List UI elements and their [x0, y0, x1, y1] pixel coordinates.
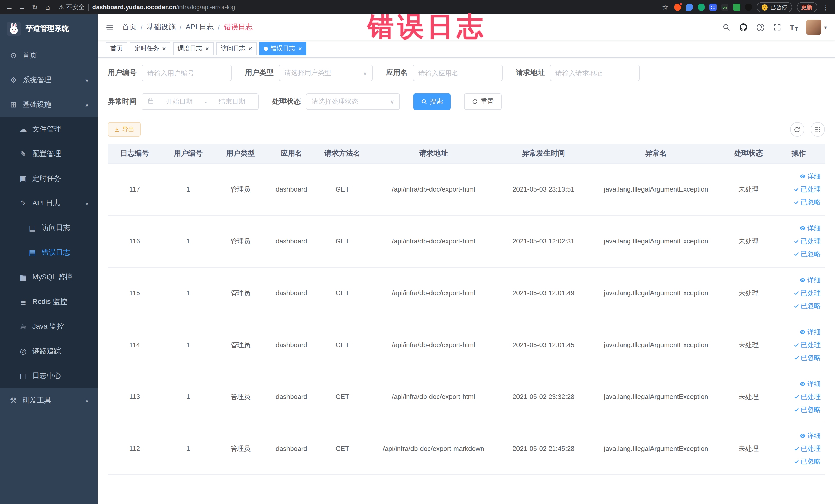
sidebar-item-trace[interactable]: ◎链路追踪 — [0, 339, 98, 364]
sidebar-item-mysql[interactable]: ▦MySQL 监控 — [0, 265, 98, 289]
sidebar-item-system[interactable]: ⚙系统管理∨ — [0, 68, 98, 93]
extension-icon-3[interactable] — [697, 4, 705, 11]
close-icon[interactable]: × — [298, 45, 302, 52]
extension-icon-7[interactable] — [745, 4, 752, 11]
action-processed[interactable]: 已处理 — [776, 390, 821, 403]
cell-method: GET — [317, 215, 368, 267]
update-button[interactable]: 更新 — [796, 2, 817, 12]
logo-rabbit-icon — [7, 22, 21, 36]
action-label: 已处理 — [801, 183, 821, 196]
sidebar-item-error-log[interactable]: ▤错误日志 — [0, 240, 98, 265]
tab-job[interactable]: 定时任务× — [130, 42, 170, 55]
back-icon[interactable]: ← — [5, 0, 13, 14]
action-ignored[interactable]: 已忽略 — [776, 196, 821, 208]
search-icon[interactable] — [722, 23, 731, 31]
action-ignored[interactable]: 已忽略 — [776, 455, 821, 468]
refresh-button[interactable] — [790, 122, 804, 137]
app-logo[interactable]: 芋道管理系统 — [0, 14, 98, 43]
action-processed[interactable]: 已处理 — [776, 338, 821, 351]
user-type-select[interactable]: 请选择用户类型∨ — [279, 65, 373, 81]
extension-icon-1[interactable] — [674, 4, 681, 11]
forward-icon[interactable]: → — [18, 0, 26, 14]
tab-home[interactable]: 首页 — [106, 42, 127, 55]
reload-icon[interactable]: ↻ — [31, 0, 39, 14]
action-detail[interactable]: 详细 — [776, 222, 821, 235]
tab-job-log[interactable]: 调度日志× — [173, 42, 213, 55]
help-icon[interactable] — [756, 23, 765, 32]
tab-error-log[interactable]: 错误日志× — [259, 42, 306, 55]
screen: ← → ↻ ⌂ ⚠ 不安全 dashboard.yudao.iocoder.cn… — [0, 0, 835, 504]
cell-userType: 管理员 — [215, 267, 266, 319]
cell-time: 2021-05-02 21:45:28 — [499, 423, 588, 475]
action-label: 详细 — [807, 326, 821, 338]
search-button[interactable]: 搜索 — [413, 94, 451, 110]
table-row: 1131管理员dashboardGET/api/infra/db-doc/exp… — [108, 371, 825, 423]
action-processed[interactable]: 已处理 — [776, 235, 821, 247]
action-ignored[interactable]: 已忽略 — [776, 299, 821, 312]
process-status-select[interactable]: 请选择处理状态∨ — [306, 94, 400, 110]
export-button[interactable]: 导出 — [108, 122, 141, 137]
action-label: 已处理 — [801, 390, 821, 403]
action-processed[interactable]: 已处理 — [776, 442, 821, 455]
address-bar[interactable]: ⚠ 不安全 dashboard.yudao.iocoder.cn/infra/l… — [59, 3, 656, 12]
action-processed[interactable]: 已处理 — [776, 183, 821, 196]
sidebar-item-java[interactable]: ☕Java 监控 — [0, 314, 98, 339]
sidebar-item-access-log[interactable]: ▤访问日志 — [0, 216, 98, 240]
extension-icon-4[interactable] — [709, 4, 716, 11]
fullscreen-icon[interactable] — [773, 23, 781, 31]
close-icon[interactable]: × — [162, 45, 166, 52]
sidebar-item-job[interactable]: ▣定时任务 — [0, 166, 98, 191]
sidebar-item-redis[interactable]: ≣Redis 监控 — [0, 289, 98, 314]
dots-grid-icon — [711, 5, 715, 9]
security-indicator[interactable]: ⚠ 不安全 — [59, 3, 85, 12]
tab-access-log[interactable]: 访问日志× — [216, 42, 257, 55]
sidebar-item-file[interactable]: ☁文件管理 — [0, 117, 98, 142]
action-ignored[interactable]: 已忽略 — [776, 351, 821, 364]
breadcrumb-item-0[interactable]: 首页 — [122, 23, 137, 32]
action-processed[interactable]: 已处理 — [776, 286, 821, 299]
extension-icon-5[interactable]: on — [721, 4, 728, 11]
action-detail[interactable]: 详细 — [776, 378, 821, 390]
sidebar-item-infra[interactable]: ⊞基础设施∧ — [0, 93, 98, 117]
breadcrumb: 首页/基础设施/API 日志/错误日志 — [122, 23, 252, 32]
close-icon[interactable]: × — [205, 45, 209, 52]
request-url-input[interactable] — [555, 69, 634, 77]
extension-icon-2[interactable] — [686, 4, 693, 11]
sidebar-item-label: 定时任务 — [32, 174, 61, 183]
extension-icon-6[interactable] — [733, 4, 740, 11]
sidebar-item-home[interactable]: ⊙首页 — [0, 43, 98, 68]
sidebar-item-config[interactable]: ✎配置管理 — [0, 142, 98, 166]
cell-status: 未处理 — [725, 371, 773, 423]
action-ignored[interactable]: 已忽略 — [776, 247, 821, 260]
sidebar-item-api-log[interactable]: ✎API 日志∧ — [0, 191, 98, 216]
column-settings-button[interactable] — [810, 122, 825, 137]
hamburger-icon[interactable] — [106, 23, 115, 31]
reset-button[interactable]: 重置 — [464, 94, 502, 110]
home-icon[interactable]: ⌂ — [44, 0, 52, 14]
action-label: 已忽略 — [801, 403, 821, 416]
action-detail[interactable]: 详细 — [776, 170, 821, 183]
font-size-icon[interactable]: TT — [790, 23, 798, 32]
cell-app: dashboard — [266, 215, 317, 267]
user-menu[interactable]: ▾ — [806, 20, 827, 35]
sidebar-item-log-center[interactable]: ▤日志中心 — [0, 364, 98, 388]
breadcrumb-item-1[interactable]: 基础设施 — [147, 23, 176, 32]
kebab-menu-icon[interactable]: ⋮ — [822, 0, 830, 14]
bookmark-star-icon[interactable]: ☆ — [661, 0, 669, 14]
app-name-input[interactable] — [419, 69, 497, 77]
action-ignored[interactable]: 已忽略 — [776, 403, 821, 416]
sidebar-item-dev-tools[interactable]: ⚒研发工具∨ — [0, 388, 98, 413]
action-detail[interactable]: 详细 — [776, 326, 821, 338]
exception-time-range-picker[interactable]: 开始日期-结束日期 — [142, 94, 259, 110]
table-row: 1141管理员dashboardGET/api/infra/db-doc/exp… — [108, 319, 825, 371]
github-icon[interactable] — [739, 23, 748, 32]
sidebar-item-label: Redis 监控 — [32, 297, 67, 306]
breadcrumb-item-2[interactable]: API 日志 — [186, 23, 214, 32]
user-id-input[interactable] — [147, 69, 226, 77]
process-status-placeholder: 请选择处理状态 — [312, 97, 358, 106]
close-icon[interactable]: × — [248, 45, 252, 52]
action-detail[interactable]: 详细 — [776, 274, 821, 286]
table-header-row: 日志编号用户编号用户类型应用名请求方法名请求地址异常发生时间异常名处理状态操作 — [108, 144, 825, 163]
action-detail[interactable]: 详细 — [776, 429, 821, 442]
sync-paused-badge[interactable]: 已暂停 — [756, 2, 792, 12]
